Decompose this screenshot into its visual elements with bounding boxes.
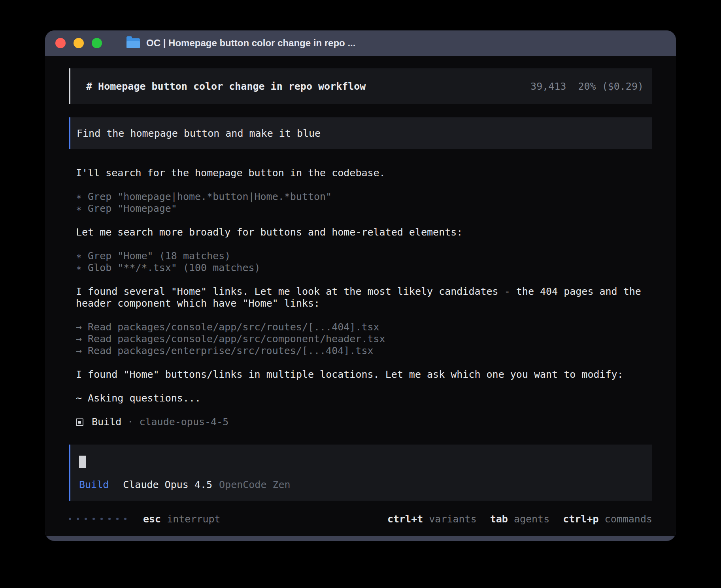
hint-label: agents — [508, 513, 549, 525]
window-title: OC | Homepage button color change in rep… — [146, 38, 355, 49]
tool-asterisk-icon: ∗ — [76, 262, 82, 273]
hint-tab: tab agents — [490, 513, 550, 525]
desktop: OC | Homepage button color change in rep… — [0, 0, 721, 588]
tool-call-group: →Read packages/console/app/src/routes/[.… — [76, 321, 651, 357]
statusbar-right-hints: ctrl+t variantstab agentsctrl+p commands — [387, 513, 652, 525]
user-message-text: Find the homepage button and make it blu… — [77, 128, 321, 139]
hint-label: interrupt — [161, 513, 221, 525]
status-dot — [69, 518, 71, 520]
status-dot — [108, 518, 111, 520]
tool-call-text: Read packages/console/app/src/routes/[..… — [88, 321, 379, 333]
model-provider: OpenCode Zen — [219, 479, 291, 490]
tool-read-arrow-icon: → — [76, 321, 82, 333]
session-header: # Homepage button color change in repo w… — [69, 68, 652, 104]
status-dot — [85, 518, 87, 520]
hint-key: ctrl+p — [563, 513, 598, 525]
hint-label: commands — [599, 513, 652, 525]
tool-call-line: ∗Grep "Homepage" — [76, 203, 651, 215]
user-message: Find the homepage button and make it blu… — [69, 117, 652, 149]
statusbar-left-hints: esc interrupt — [143, 513, 221, 525]
tool-call-line: ∗Glob "**/*.tsx" (100 matches) — [76, 262, 651, 274]
tool-call-text: Grep "Homepage" — [88, 203, 177, 214]
tool-asterisk-icon: ∗ — [76, 250, 82, 262]
status-dot — [77, 518, 79, 520]
tool-asterisk-icon: ∗ — [76, 203, 82, 214]
assistant-text: I'll search for the homepage button in t… — [76, 167, 651, 179]
assistant-text: I found "Home" buttons/links in multiple… — [76, 369, 651, 381]
session-title: # Homepage button color change in repo w… — [86, 81, 366, 92]
terminal-window: OC | Homepage button color change in rep… — [45, 30, 676, 541]
session-stats: 39,413 20% ($0.29) — [530, 81, 644, 92]
tool-call-text: Read packages/console/app/src/component/… — [88, 333, 385, 345]
tool-call-line: →Read packages/console/app/src/component… — [76, 333, 651, 345]
model-info-line: Build Claude Opus 4.5 OpenCode Zen — [79, 479, 638, 490]
tool-call-text: Grep "homepage|home.*button|Home.*button… — [88, 191, 332, 202]
tool-call-text: Read packages/enterprise/src/routes/[...… — [88, 345, 373, 356]
status-dots — [69, 518, 126, 520]
hint-key: esc — [143, 513, 161, 525]
tool-call-text: Glob "**/*.tsx" (100 matches) — [88, 262, 260, 273]
status-dot — [100, 518, 103, 520]
agent-build-icon-dot — [78, 421, 81, 424]
prompt-input[interactable]: Build Claude Opus 4.5 OpenCode Zen — [69, 445, 652, 501]
model-name: Claude Opus 4.5 — [123, 479, 212, 490]
tool-call-line: →Read packages/enterprise/src/routes/[..… — [76, 345, 651, 357]
minimize-button[interactable] — [74, 38, 84, 48]
tool-call-text: Grep "Home" (18 matches) — [88, 250, 230, 262]
status-dot — [124, 518, 126, 520]
tool-read-arrow-icon: → — [76, 345, 82, 356]
tool-asterisk-icon: ∗ — [76, 191, 82, 202]
assistant-text: ~ Asking questions... — [76, 392, 651, 404]
hint-esc: esc interrupt — [143, 513, 221, 525]
tool-read-arrow-icon: → — [76, 333, 82, 345]
agent-name: Build — [92, 416, 121, 428]
window-titlebar[interactable]: OC | Homepage button color change in rep… — [45, 30, 676, 56]
context-usage: 20% ($0.29) — [578, 81, 644, 92]
token-count: 39,413 — [530, 81, 566, 92]
hint-ctrl-t: ctrl+t variants — [387, 513, 477, 525]
statusbar: esc interrupt ctrl+t variantstab agentsc… — [69, 512, 652, 526]
traffic-lights — [55, 38, 102, 48]
close-button[interactable] — [55, 38, 66, 48]
folder-icon — [126, 38, 140, 48]
agent-status-line: Build · claude-opus-4-5 — [76, 416, 651, 428]
status-dot — [116, 518, 119, 520]
tool-call-line: ∗Grep "homepage|home.*button|Home.*butto… — [76, 191, 651, 203]
terminal-content: # Homepage button color change in repo w… — [45, 56, 676, 536]
agent-build-icon — [76, 418, 83, 426]
assistant-text: Let me search more broadly for buttons a… — [76, 226, 651, 238]
tool-call-group: ∗Grep "homepage|home.*button|Home.*butto… — [76, 191, 651, 215]
hint-ctrl-p: ctrl+p commands — [563, 513, 652, 525]
text-cursor — [79, 456, 86, 468]
tool-call-line: →Read packages/console/app/src/routes/[.… — [76, 321, 651, 333]
hint-label: variants — [423, 513, 476, 525]
hint-key: tab — [490, 513, 508, 525]
agent-separator: · — [121, 416, 139, 428]
status-dot — [92, 518, 95, 520]
agent-model: claude-opus-4-5 — [139, 416, 228, 428]
conversation: I'll search for the homepage button in t… — [69, 167, 652, 428]
assistant-text: I found several "Home" links. Let me loo… — [76, 286, 651, 309]
zoom-button[interactable] — [92, 38, 102, 48]
tool-call-group: ∗Grep "Home" (18 matches)∗Glob "**/*.tsx… — [76, 250, 651, 274]
agent-mode-label: Build — [79, 479, 109, 490]
hint-key: ctrl+t — [387, 513, 423, 525]
statusbar-left: esc interrupt — [69, 513, 221, 525]
tool-call-line: ∗Grep "Home" (18 matches) — [76, 250, 651, 262]
